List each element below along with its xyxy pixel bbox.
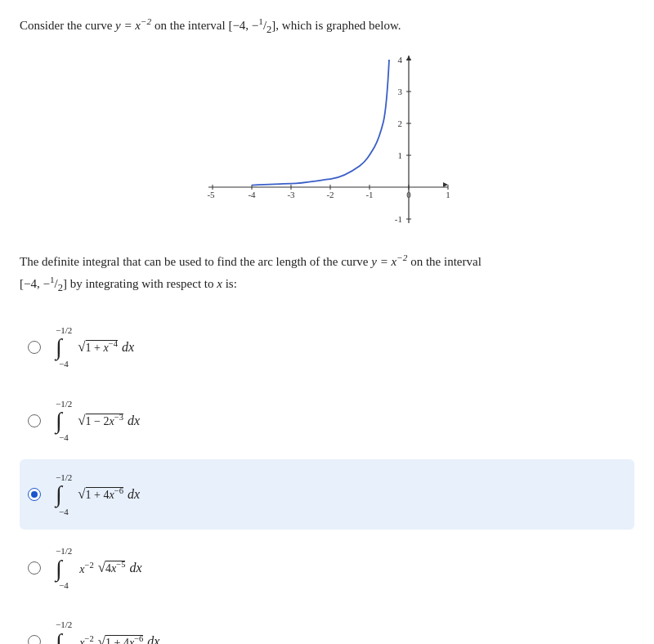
option-3[interactable]: −1/2 ∫ −4 √1 + 4x−6 dx bbox=[20, 459, 634, 530]
graph-svg: -5 -4 -3 -2 -1 0 1 4 3 2 1 -1 bbox=[188, 47, 466, 235]
radio-5[interactable] bbox=[28, 635, 41, 644]
svg-text:-2: -2 bbox=[326, 190, 334, 199]
option-4[interactable]: −1/2 ∫ −4 x−2 √4x−5 dx bbox=[20, 533, 634, 603]
option-3-expr: −1/2 ∫ −4 √1 + 4x−6 dx bbox=[56, 471, 140, 518]
intro-paragraph: Consider the curve y = x−2 on the interv… bbox=[20, 15, 634, 38]
svg-text:1: 1 bbox=[398, 150, 403, 160]
svg-text:-5: -5 bbox=[207, 190, 215, 199]
svg-text:3: 3 bbox=[398, 87, 403, 96]
option-5[interactable]: −1/2 ∫ −4 x−2 √1 + 4x−6 dx bbox=[20, 606, 634, 644]
svg-text:-1: -1 bbox=[365, 190, 373, 199]
radio-1[interactable] bbox=[28, 341, 41, 354]
desc-text1: The definite integral that can be used t… bbox=[20, 255, 371, 268]
option-1-expr: −1/2 ∫ −4 √1 + x−4 dx bbox=[56, 324, 134, 371]
radio-2[interactable] bbox=[28, 414, 41, 427]
desc-interval: [−4, −1/2] by integrating with respect t… bbox=[20, 277, 237, 290]
description-paragraph: The definite integral that can be used t… bbox=[20, 250, 634, 297]
intro-text2: on the interval bbox=[155, 19, 228, 32]
svg-rect-0 bbox=[188, 47, 466, 235]
svg-text:-1: -1 bbox=[395, 214, 402, 224]
svg-text:-3: -3 bbox=[287, 190, 295, 199]
svg-text:4: 4 bbox=[398, 55, 403, 65]
options-list: −1/2 ∫ −4 √1 + x−4 dx −1/2 ∫ −4 √1 − 2x−… bbox=[20, 312, 634, 645]
option-1[interactable]: −1/2 ∫ −4 √1 + x−4 dx bbox=[20, 312, 634, 382]
graph-container: -5 -4 -3 -2 -1 0 1 4 3 2 1 -1 bbox=[20, 47, 634, 235]
svg-text:-4: -4 bbox=[248, 190, 256, 199]
svg-text:0: 0 bbox=[406, 190, 411, 199]
option-2[interactable]: −1/2 ∫ −4 √1 − 2x−3 dx bbox=[20, 386, 634, 456]
intro-curve: y = x−2 bbox=[115, 19, 151, 32]
svg-text:1: 1 bbox=[446, 190, 450, 199]
desc-text2: on the interval bbox=[410, 255, 482, 268]
intro-interval: [−4, −1/2], which is graphed below. bbox=[228, 19, 401, 32]
radio-3[interactable] bbox=[28, 488, 41, 501]
radio-4[interactable] bbox=[28, 561, 41, 575]
svg-text:2: 2 bbox=[398, 119, 403, 128]
option-2-expr: −1/2 ∫ −4 √1 − 2x−3 dx bbox=[56, 397, 140, 445]
desc-curve: y = x−2 bbox=[371, 255, 407, 268]
intro-text1: Consider the curve bbox=[20, 19, 115, 32]
graph-box: -5 -4 -3 -2 -1 0 1 4 3 2 1 -1 bbox=[188, 47, 466, 235]
option-5-expr: −1/2 ∫ −4 x−2 √1 + 4x−6 dx bbox=[56, 618, 159, 644]
option-4-expr: −1/2 ∫ −4 x−2 √4x−5 dx bbox=[56, 544, 142, 592]
